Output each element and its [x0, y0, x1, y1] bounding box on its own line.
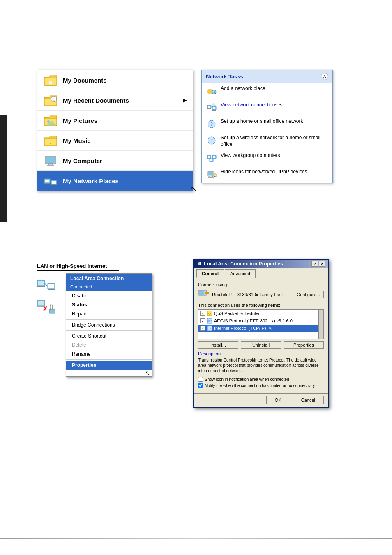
dialog-body: Connect using: Realtek RTL8139/810x Fami… [194, 278, 328, 393]
lan-section-label: LAN or High-Speed Internet [37, 263, 107, 269]
dialog-titlebar: 🖥 Local Area Connection Properties ? ✕ [194, 260, 328, 268]
sidebar-item-my-pictures[interactable]: My Pictures [37, 111, 193, 131]
connect-using-label: Connect using: [198, 282, 324, 287]
ok-btn[interactable]: OK [266, 396, 290, 404]
task-hide-upnp[interactable]: 📡 Hide icons for networked UPnP devices [202, 166, 332, 183]
svg-rect-19 [45, 180, 49, 182]
configure-btn[interactable]: Configure... [293, 291, 324, 298]
show-icon-checkbox[interactable] [198, 377, 203, 382]
dialog-bottom-buttons: OK Cancel [194, 393, 328, 407]
svg-rect-64 [49, 309, 55, 313]
qos-label: QoS Packet Scheduler [214, 311, 260, 316]
network-tasks-collapse-btn[interactable]: ⋀ [321, 73, 328, 80]
sidebar-item-my-music[interactable]: ♪ My Music [37, 131, 193, 151]
show-icon-row: Show icon in notification area when conn… [198, 377, 324, 382]
install-btn[interactable]: Install... [198, 341, 238, 349]
aegis-checkbox[interactable] [200, 318, 205, 323]
items-label: This connection uses the following items… [198, 303, 324, 308]
setup-home-network-icon: ? [206, 118, 217, 130]
svg-rect-23 [51, 184, 57, 185]
setup-wireless-icon: ? [206, 135, 217, 146]
my-recent-documents-label: My Recent Documents [63, 97, 129, 104]
adapter-name: Realtek RTL8139/810x Family Fast [212, 292, 291, 297]
left-tab [0, 115, 7, 222]
view-network-connections-icon [206, 102, 217, 113]
context-menu-item-rename[interactable]: Rename [66, 350, 152, 359]
svg-rect-16 [48, 164, 53, 165]
svg-text:📄: 📄 [48, 80, 53, 84]
hide-upnp-icon: 📡 [206, 169, 217, 180]
sidebar-item-my-computer[interactable]: My Computer [37, 151, 193, 171]
tcpip-cursor: ↖ [269, 326, 272, 331]
svg-text:📡: 📡 [212, 173, 217, 177]
context-menu-item-create-shortcut[interactable]: Create Shortcut [66, 332, 152, 341]
separator-2 [66, 330, 152, 331]
sidebar-item-my-recent-documents[interactable]: 🕐 My Recent Documents ▶ [37, 90, 193, 111]
description-text: Transmission Control Protocol/Internet P… [198, 357, 324, 373]
connection-items-list: Q QoS Packet Scheduler NET AEGIS Protoco… [198, 309, 324, 339]
lan-icons: ✗ )) [37, 279, 62, 320]
task-view-workgroup-label: View workgroup computers [221, 152, 280, 159]
task-setup-wireless-label: Set up a wireless network for a home or … [221, 135, 328, 147]
connect-using-box: Realtek RTL8139/810x Family Fast Configu… [198, 289, 324, 299]
properties-btn[interactable]: Properties [284, 341, 324, 349]
my-documents-icon: 📄 [43, 73, 58, 88]
task-view-network-connections[interactable]: View network connections ↖ [202, 99, 332, 116]
notify-row: Notify me when the connection has limite… [198, 383, 324, 388]
context-menu-item-status[interactable]: Status [66, 300, 152, 309]
my-computer-label: My Computer [63, 157, 102, 164]
my-pictures-label: My Pictures [63, 117, 97, 124]
task-view-workgroup[interactable]: View workgroup computers [202, 150, 332, 166]
task-setup-wireless[interactable]: ? Set up a wireless network for a home o… [202, 132, 332, 150]
list-scrollbar[interactable] [318, 310, 323, 339]
properties-cursor: ↖ [66, 370, 152, 376]
svg-point-34 [212, 104, 215, 107]
svg-text:🔍: 🔍 [212, 90, 216, 94]
notify-checkbox[interactable] [198, 383, 203, 388]
qos-checkbox[interactable] [200, 311, 205, 316]
svg-rect-44 [210, 159, 212, 161]
svg-text:Q: Q [208, 312, 211, 315]
my-documents-label: My Documents [63, 77, 107, 84]
dialog-help-btn[interactable]: ? [311, 261, 318, 267]
description-label: Description [198, 351, 324, 356]
my-music-icon: ♪ [43, 133, 58, 148]
cursor-small: ↖ [279, 102, 283, 107]
svg-rect-54 [38, 281, 44, 285]
qos-icon: Q [207, 311, 212, 316]
cursor-icon: ↖ [191, 184, 197, 193]
svg-rect-42 [213, 156, 215, 158]
svg-text:NET: NET [207, 320, 212, 322]
lan-label-underline [37, 270, 119, 271]
list-item-tcpip[interactable]: TCP Internet Protocol (TCP/IP) ↖ [198, 325, 323, 332]
network-tasks-panel: Network Tasks ⋀ 🔍 Add a network place [201, 70, 333, 183]
svg-text:?: ? [210, 138, 213, 143]
cancel-btn[interactable]: Cancel [293, 396, 324, 404]
task-hide-upnp-label: Hide icons for networked UPnP devices [221, 169, 307, 175]
svg-rect-22 [52, 181, 56, 184]
task-add-network-place[interactable]: 🔍 Add a network place [202, 83, 332, 99]
sidebar-item-my-documents[interactable]: 📄 My Documents [37, 70, 193, 90]
tab-general[interactable]: General [196, 269, 224, 278]
context-menu-item-repair[interactable]: Repair [66, 309, 152, 318]
svg-rect-29 [208, 106, 210, 108]
svg-rect-17 [47, 165, 54, 166]
my-network-places-label: My Network Places [63, 177, 119, 184]
context-menu-item-properties[interactable]: Properties [66, 361, 152, 370]
list-item-qos[interactable]: Q QoS Packet Scheduler [198, 310, 323, 317]
sidebar-item-my-network-places[interactable]: My Network Places ↖ [37, 171, 193, 191]
aegis-label: AEGIS Protocol (IEEE 802.1x) v3.1.6.0 [214, 318, 293, 323]
tcpip-checkbox[interactable] [200, 326, 205, 331]
context-menu-item-disable[interactable]: Disable [66, 291, 152, 300]
svg-rect-60 [38, 301, 44, 305]
properties-dialog: 🖥 Local Area Connection Properties ? ✕ G… [193, 259, 329, 408]
tab-advanced[interactable]: Advanced [225, 269, 256, 278]
task-setup-home-network[interactable]: ? Set up a home or small office network [202, 116, 332, 132]
network-tasks-title: Network Tasks [206, 74, 243, 80]
list-item-aegis[interactable]: NET AEGIS Protocol (IEEE 802.1x) v3.1.6.… [198, 317, 323, 325]
svg-rect-67 [205, 292, 209, 294]
dialog-close-btn[interactable]: ✕ [319, 261, 325, 267]
separator-1 [66, 319, 152, 320]
uninstall-btn[interactable]: Uninstall [241, 341, 281, 349]
context-menu-item-bridge[interactable]: Bridge Connections [66, 320, 152, 329]
